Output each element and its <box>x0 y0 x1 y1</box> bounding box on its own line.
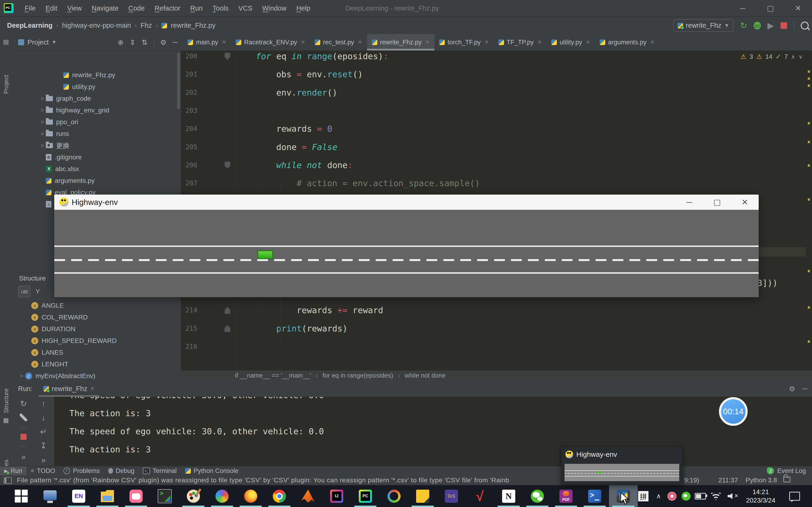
code-line-202[interactable]: 202 env.render() <box>181 83 812 102</box>
tool-window-button-run[interactable]: ▶Run <box>0 466 27 475</box>
highway-env-window[interactable]: Highway-env ─ ▢ ✕ <box>54 194 759 297</box>
editor-tab-utility.py[interactable]: utility.py✕ <box>547 34 595 50</box>
maximize-icon[interactable]: ▢ <box>703 198 731 207</box>
event-log[interactable]: 2 Event Log <box>767 467 806 474</box>
structure-item-LENGHT[interactable]: vLENGHT <box>31 358 68 370</box>
volume-muted-icon[interactable]: ✕ <box>724 485 739 507</box>
structure-item-COL_REWARD[interactable]: vCOL_REWARD <box>31 312 88 323</box>
chevron-right-icon[interactable]: > <box>39 95 46 102</box>
close-icon[interactable]: ✕ <box>301 39 305 45</box>
taskbar-icon-endnote[interactable] <box>64 485 93 507</box>
search-icon[interactable] <box>801 21 809 30</box>
wifi-icon[interactable] <box>709 485 723 507</box>
chevron-right-icon[interactable]: > <box>39 119 46 125</box>
menu-vcs[interactable]: VCS <box>233 4 257 12</box>
tree-item-更换[interactable]: >更换 <box>39 139 69 151</box>
stripe-project-label[interactable]: Project <box>3 47 10 94</box>
close-icon[interactable]: ✕ <box>90 386 94 392</box>
tool-window-switcher-icon[interactable] <box>4 477 12 484</box>
menu-navigate[interactable]: Navigate <box>87 4 123 12</box>
editor-tab-main.py[interactable]: main.py✕ <box>183 34 231 50</box>
expand-all-icon[interactable]: ⇕ <box>130 38 136 47</box>
run-tab[interactable]: rewrite_Fhz ✕ <box>41 381 97 397</box>
close-icon[interactable]: ✕ <box>222 39 226 45</box>
breadcrumb-item[interactable]: for eq in range(eposides) <box>322 372 393 379</box>
structure-item-DURATION[interactable]: vDURATION <box>31 323 75 335</box>
run-coverage-button[interactable]: ▶ <box>767 21 774 30</box>
tree-item-.gitignore[interactable]: ⊘.gitignore <box>46 151 82 163</box>
taskbar-icon-foxit-pdf[interactable] <box>552 485 580 507</box>
tray-app-icon[interactable] <box>665 485 678 507</box>
structure-item-LANES[interactable]: vLANES <box>31 347 63 358</box>
battery-icon[interactable] <box>693 485 708 507</box>
run-button[interactable]: ↻ <box>740 21 747 30</box>
up-stack-icon[interactable]: ↑ <box>42 399 46 407</box>
wechat-tray-icon[interactable] <box>679 485 693 507</box>
taskbar-icon-browser-360[interactable] <box>208 485 236 507</box>
minimize-icon[interactable]: ─ <box>729 4 757 13</box>
chevron-right-icon[interactable]: > <box>39 107 46 114</box>
project-stripe-icon[interactable]: ▤ <box>3 38 9 46</box>
close-icon[interactable]: ✕ <box>485 39 489 45</box>
close-icon[interactable]: ✕ <box>731 198 759 207</box>
stop-button[interactable] <box>20 434 27 440</box>
recording-timer[interactable]: 00:14 <box>719 397 748 426</box>
error-stripe-mark[interactable] <box>808 164 810 167</box>
taskbar-icon-texstudio[interactable] <box>437 485 466 507</box>
tool-window-button-python-console[interactable]: Python Console <box>181 466 243 475</box>
editor-tab-TF_TP.py[interactable]: TF_TP.py✕ <box>494 34 547 50</box>
editor-tab-torch_TF.py[interactable]: torch_TF.py✕ <box>435 34 494 50</box>
menu-refactor[interactable]: Refactor <box>150 4 185 12</box>
menu-window[interactable]: Window <box>257 4 291 12</box>
gear-icon[interactable]: ⚙ <box>160 38 166 47</box>
menu-tools[interactable]: Tools <box>208 4 234 12</box>
preview-thumbnail[interactable] <box>565 464 679 481</box>
down-stack-icon[interactable]: ↓ <box>42 413 46 421</box>
breadcrumb-item[interactable]: if __name__ == '__main__' <box>235 372 311 379</box>
taskbar-icon-notion[interactable] <box>494 485 523 507</box>
hide-panel-icon[interactable]: ─ <box>173 38 177 46</box>
more-actions-icon[interactable]: » <box>41 456 46 464</box>
taskbar-icon-file-explorer[interactable] <box>93 485 122 507</box>
soft-wrap-icon[interactable]: ↵ <box>40 428 47 436</box>
taskbar-icon-mobaxterm[interactable] <box>150 485 179 507</box>
taskbar-icon-everything[interactable] <box>466 485 494 507</box>
error-stripe-mark[interactable] <box>808 306 810 308</box>
stripe-commit-icon[interactable]: ▦ <box>3 416 9 424</box>
taskbar-icon-chrome[interactable] <box>265 485 294 507</box>
more-actions-icon[interactable]: » <box>21 453 26 460</box>
minimize-icon[interactable]: ─ <box>675 198 703 207</box>
close-icon[interactable]: ✕ <box>538 39 542 45</box>
breadcrumb-item[interactable]: highway-env-ppo-main <box>62 21 131 30</box>
tree-item-graph_code[interactable]: >graph_code <box>39 93 91 105</box>
error-stripe-mark[interactable] <box>808 77 810 80</box>
system-clock[interactable]: 14:21 2023/3/24 <box>746 485 775 507</box>
code-line-205[interactable]: 205 done = False <box>181 138 812 156</box>
menu-help[interactable]: Help <box>291 4 315 12</box>
run-console[interactable]: The speed of ego vehicle: 30.0, other ve… <box>54 397 812 466</box>
tool-window-button-terminal[interactable]: >_Terminal <box>139 466 181 475</box>
error-stripe-mark[interactable] <box>808 70 810 73</box>
debug-button[interactable] <box>754 22 761 30</box>
code-line-215[interactable]: 215 print(rewards) <box>181 320 812 338</box>
highway-window-titlebar[interactable]: Highway-env ─ ▢ ✕ <box>54 194 759 210</box>
structure-item-ANGLE[interactable]: vANGLE <box>31 300 64 312</box>
code-line-203[interactable]: 203 <box>181 102 812 120</box>
structure-item-myEnv(AbstractEnv)[interactable]: >cmyEnv(AbstractEnv) <box>18 370 95 382</box>
prev-problem-icon[interactable]: ∧ <box>791 54 795 60</box>
error-stripe-mark[interactable] <box>808 122 810 124</box>
menu-edit[interactable]: Edit <box>41 4 62 12</box>
close-icon[interactable]: ✕ <box>784 4 812 13</box>
close-icon[interactable]: ✕ <box>586 39 590 45</box>
error-stripe-mark[interactable] <box>808 141 810 143</box>
fold-marker-icon[interactable] <box>224 53 230 60</box>
tray-expand-icon[interactable]: ∧ <box>653 485 664 507</box>
run-configuration-select[interactable]: rewrite_Fhz ▼ <box>673 19 733 32</box>
tool-window-button-todo[interactable]: ≡TODO <box>27 466 59 475</box>
taskbar-icon-firefox[interactable] <box>236 485 265 507</box>
lock-icon[interactable] <box>783 477 791 482</box>
tree-item-abc.xlsx[interactable]: Xabc.xlsx <box>46 163 79 175</box>
taskbar-icon-matlab[interactable] <box>294 485 322 507</box>
next-problem-icon[interactable]: ∨ <box>798 54 803 60</box>
menu-code[interactable]: Code <box>123 4 150 12</box>
